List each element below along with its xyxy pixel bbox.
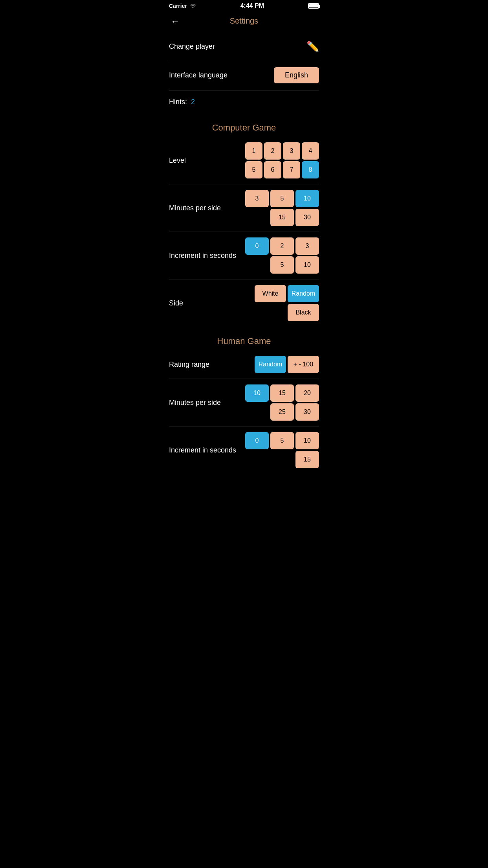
comp-inc-btn-2[interactable]: 2 bbox=[270, 237, 294, 255]
human-inc-btn-0[interactable]: 0 bbox=[245, 432, 269, 449]
status-right bbox=[308, 3, 319, 9]
human-min-btn-30[interactable]: 30 bbox=[295, 403, 319, 421]
computer-side-row: Side White Random Black bbox=[169, 280, 319, 327]
back-button[interactable]: ← bbox=[169, 14, 182, 28]
human-increment-row: Increment in seconds 0 5 10 15 bbox=[169, 427, 319, 474]
human-min-btn-25[interactable]: 25 bbox=[270, 403, 294, 421]
computer-increment-label: Increment in seconds bbox=[169, 252, 236, 260]
computer-minutes-row: Minutes per side 3 5 10 15 30 bbox=[169, 184, 319, 232]
nav-header: ← Settings bbox=[163, 12, 325, 30]
human-rating-row: Rating range Random + - 100 bbox=[169, 350, 319, 379]
level-btn-3[interactable]: 3 bbox=[283, 142, 300, 160]
computer-level-group: 1 2 3 4 5 6 7 8 bbox=[232, 142, 319, 178]
computer-game-title: Computer Game bbox=[169, 113, 319, 137]
comp-inc-btn-0[interactable]: 0 bbox=[245, 237, 269, 255]
human-min-btn-15[interactable]: 15 bbox=[270, 384, 294, 402]
computer-side-label: Side bbox=[169, 299, 232, 307]
level-btn-2[interactable]: 2 bbox=[264, 142, 281, 160]
computer-minutes-group: 3 5 10 15 30 bbox=[232, 190, 319, 226]
comp-inc-btn-3[interactable]: 3 bbox=[295, 237, 319, 255]
human-game-title: Human Game bbox=[169, 327, 319, 350]
human-min-btn-20[interactable]: 20 bbox=[295, 384, 319, 402]
comp-inc-btn-5[interactable]: 5 bbox=[270, 256, 294, 274]
comp-min-btn-15[interactable]: 15 bbox=[270, 209, 294, 226]
wifi-icon bbox=[189, 3, 196, 9]
human-rating-label: Rating range bbox=[169, 360, 232, 369]
status-time: 4:44 PM bbox=[240, 2, 264, 9]
level-btn-1[interactable]: 1 bbox=[245, 142, 262, 160]
hints-value: 2 bbox=[191, 98, 195, 106]
language-button[interactable]: English bbox=[274, 67, 319, 83]
computer-level-label: Level bbox=[169, 156, 232, 165]
battery-icon bbox=[308, 3, 319, 9]
rating-btn-random[interactable]: Random bbox=[255, 356, 286, 373]
side-btn-white[interactable]: White bbox=[255, 285, 286, 302]
level-btn-8[interactable]: 8 bbox=[302, 161, 319, 178]
comp-min-btn-5[interactable]: 5 bbox=[270, 190, 294, 207]
level-btn-4[interactable]: 4 bbox=[302, 142, 319, 160]
level-btn-7[interactable]: 7 bbox=[283, 161, 300, 178]
computer-increment-group: 0 2 3 5 10 bbox=[236, 237, 319, 274]
human-inc-btn-15[interactable]: 15 bbox=[295, 451, 319, 468]
human-minutes-row: Minutes per side 10 15 20 25 30 bbox=[169, 379, 319, 426]
human-increment-label: Increment in seconds bbox=[169, 446, 236, 454]
human-min-btn-10[interactable]: 10 bbox=[245, 384, 269, 402]
human-increment-group: 0 5 10 15 bbox=[236, 432, 319, 468]
rating-btn-range[interactable]: + - 100 bbox=[288, 356, 319, 373]
human-rating-group: Random + - 100 bbox=[232, 356, 319, 373]
interface-language-row: Interface language English bbox=[169, 60, 319, 91]
computer-game-section: Computer Game Level 1 2 3 4 5 6 7 8 Minu… bbox=[163, 113, 325, 327]
human-minutes-group: 10 15 20 25 30 bbox=[232, 384, 319, 421]
change-player-row: Change player ✏️ bbox=[169, 33, 319, 60]
computer-level-row: Level 1 2 3 4 5 6 7 8 bbox=[169, 137, 319, 184]
interface-language-label: Interface language bbox=[169, 71, 227, 79]
comp-min-btn-3[interactable]: 3 bbox=[245, 190, 269, 207]
page-title: Settings bbox=[230, 17, 258, 26]
hints-label: Hints: bbox=[169, 98, 187, 106]
level-btn-6[interactable]: 6 bbox=[264, 161, 281, 178]
computer-increment-row: Increment in seconds 0 2 3 5 10 bbox=[169, 232, 319, 279]
hints-row: Hints: 2 bbox=[169, 91, 319, 113]
human-inc-btn-10[interactable]: 10 bbox=[295, 432, 319, 449]
comp-min-btn-10[interactable]: 10 bbox=[295, 190, 319, 207]
computer-minutes-label: Minutes per side bbox=[169, 204, 232, 212]
status-bar: Carrier 4:44 PM bbox=[163, 0, 325, 12]
comp-min-btn-30[interactable]: 30 bbox=[295, 209, 319, 226]
human-inc-btn-5[interactable]: 5 bbox=[270, 432, 294, 449]
computer-side-group: White Random Black bbox=[232, 285, 319, 321]
side-btn-random[interactable]: Random bbox=[288, 285, 319, 302]
level-btn-5[interactable]: 5 bbox=[245, 161, 262, 178]
edit-icon[interactable]: ✏️ bbox=[306, 40, 319, 53]
human-minutes-label: Minutes per side bbox=[169, 399, 232, 407]
side-btn-black[interactable]: Black bbox=[288, 304, 319, 321]
settings-section: Change player ✏️ Interface language Engl… bbox=[163, 33, 325, 113]
human-game-section: Human Game Rating range Random + - 100 M… bbox=[163, 327, 325, 474]
carrier-label: Carrier bbox=[169, 3, 187, 9]
change-player-label: Change player bbox=[169, 42, 215, 51]
comp-inc-btn-10[interactable]: 10 bbox=[295, 256, 319, 274]
status-left: Carrier bbox=[169, 3, 196, 9]
